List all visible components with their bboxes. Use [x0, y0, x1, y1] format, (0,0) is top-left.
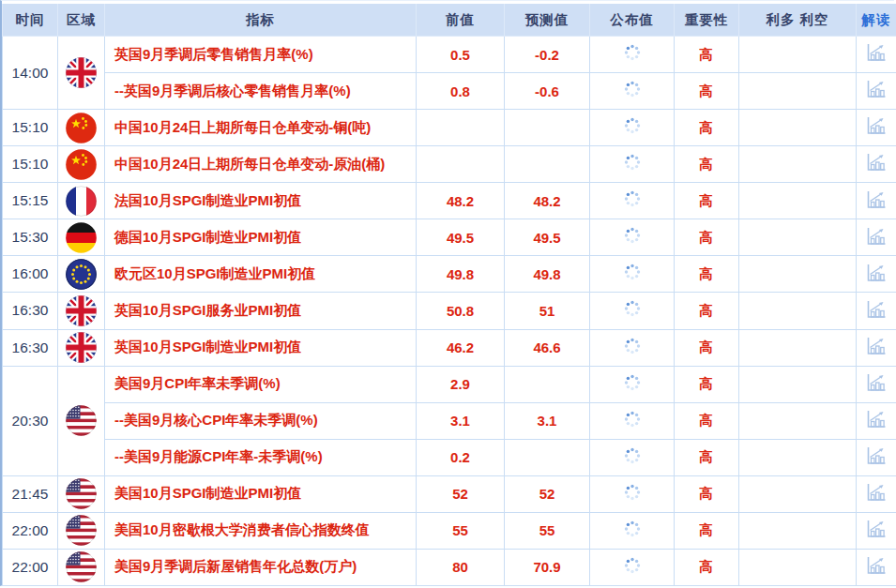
- time-cell: 16:30: [3, 329, 58, 366]
- importance-cell: 高: [675, 475, 739, 512]
- importance-cell: 高: [675, 549, 739, 585]
- indicator-cell: 法国10月SPGI制造业PMI初值: [105, 183, 417, 219]
- forecast-value-cell: 70.9: [505, 549, 590, 585]
- trend-chart-icon[interactable]: [864, 225, 888, 247]
- published-value-cell: [590, 183, 675, 219]
- importance-cell: 高: [675, 439, 739, 475]
- region-cell: [58, 512, 105, 549]
- forecast-value-cell: 49.5: [505, 219, 590, 256]
- indicator-cell: 美国10月SPGI制造业PMI初值: [105, 475, 417, 512]
- calendar-table: 时间 区域 指标 前值 预测值 公布值 重要性 利多 利空 解读 14:00 英…: [2, 1, 896, 586]
- previous-value-cell: 49.5: [417, 219, 505, 256]
- forecast-value-cell: 46.6: [505, 329, 590, 366]
- interpret-cell: [857, 402, 896, 439]
- trend-chart-icon[interactable]: [864, 408, 888, 430]
- previous-value-cell: 2.9: [417, 366, 505, 402]
- bull-bear-cell: [739, 439, 857, 475]
- region-cell: [58, 219, 105, 256]
- previous-value-cell: 49.8: [417, 256, 505, 293]
- loading-spinner-icon: [624, 451, 641, 467]
- importance-cell: 高: [675, 219, 739, 256]
- previous-value-cell: [417, 146, 505, 183]
- interpret-cell: [857, 439, 896, 475]
- time-cell: 16:30: [3, 293, 58, 329]
- germany-flag-icon: [58, 222, 104, 253]
- trend-chart-icon[interactable]: [864, 115, 888, 137]
- bull-bear-cell: [739, 256, 857, 293]
- loading-spinner-icon: [624, 415, 641, 430]
- bull-bear-cell: [739, 512, 857, 549]
- time-cell: 21:45: [3, 475, 58, 512]
- loading-spinner-icon: [624, 231, 641, 247]
- published-value-cell: [590, 549, 675, 585]
- trend-chart-icon[interactable]: [864, 152, 888, 173]
- bull-bear-cell: [739, 37, 857, 73]
- indicator-cell: --美国9月能源CPI年率-未季调(%): [105, 439, 417, 475]
- col-header-time: 时间: [3, 3, 58, 37]
- table-row: 15:30 德国10月SPGI制造业PMI初值49.549.5高: [3, 219, 896, 256]
- table-row: --英国9月季调后核心零售销售月率(%)0.8-0.6高: [3, 73, 896, 110]
- time-cell: 15:10: [3, 110, 58, 146]
- table-row: 22:00 美国10月密歇根大学消费者信心指数终值5555高: [3, 512, 896, 549]
- published-value-cell: [590, 293, 675, 329]
- table-row: --美国9月能源CPI年率-未季调(%)0.2高: [3, 439, 896, 475]
- trend-chart-icon[interactable]: [864, 188, 888, 210]
- time-cell: 14:00: [3, 37, 58, 110]
- us-flag-icon: [58, 515, 104, 546]
- forecast-value-cell: 52: [505, 475, 590, 512]
- forecast-value-cell: [505, 439, 590, 475]
- economic-calendar: 时间 区域 指标 前值 预测值 公布值 重要性 利多 利空 解读 14:00 英…: [0, 0, 894, 586]
- table-row: 14:00 英国9月季调后零售销售月率(%)0.5-0.2高: [3, 37, 896, 73]
- previous-value-cell: 80: [417, 549, 505, 585]
- trend-chart-icon[interactable]: [864, 79, 888, 100]
- forecast-value-cell: 55: [505, 512, 590, 549]
- table-row: 16:30 英国10月SPGI服务业PMI初值50.851高: [3, 293, 896, 329]
- importance-cell: 高: [675, 293, 739, 329]
- forecast-value-cell: 49.8: [505, 256, 590, 293]
- china-flag-icon: [58, 113, 104, 143]
- col-header-indicator: 指标: [105, 3, 417, 37]
- time-cell: 15:30: [3, 219, 58, 256]
- published-value-cell: [590, 475, 675, 512]
- trend-chart-icon[interactable]: [864, 262, 888, 283]
- interpret-cell: [857, 475, 896, 512]
- interpret-cell: [857, 146, 896, 183]
- trend-chart-icon[interactable]: [864, 335, 888, 356]
- importance-cell: 高: [675, 256, 739, 293]
- loading-spinner-icon: [624, 84, 641, 100]
- region-cell: [58, 366, 105, 475]
- trend-chart-icon[interactable]: [864, 555, 888, 577]
- table-row: 20:30 美国9月CPI年率未季调(%)2.9高: [3, 366, 896, 402]
- table-row: 16:00 欧元区10月SPGI制造业PMI初值49.849.8高: [3, 256, 896, 293]
- importance-cell: 高: [675, 73, 739, 110]
- col-header-interpret[interactable]: 解读: [857, 3, 896, 37]
- table-row: 21:45 美国10月SPGI制造业PMI初值5252高: [3, 475, 896, 512]
- bull-bear-cell: [739, 219, 857, 256]
- bull-bear-cell: [739, 73, 857, 110]
- trend-chart-icon[interactable]: [864, 482, 888, 504]
- interpret-cell: [857, 183, 896, 219]
- forecast-value-cell: -0.6: [505, 73, 590, 110]
- indicator-cell: --美国9月核心CPI年率未季调(%): [105, 402, 417, 439]
- loading-spinner-icon: [624, 304, 641, 320]
- importance-cell: 高: [675, 110, 739, 146]
- interpret-cell: [857, 73, 896, 110]
- trend-chart-icon[interactable]: [864, 445, 888, 466]
- published-value-cell: [590, 256, 675, 293]
- table-row: 15:10 中国10月24日上期所每日仓单变动-原油(桶)高: [3, 146, 896, 183]
- header-row: 时间 区域 指标 前值 预测值 公布值 重要性 利多 利空 解读: [3, 3, 896, 37]
- forecast-value-cell: -0.2: [505, 37, 590, 73]
- col-header-previous: 前值: [417, 3, 505, 37]
- trend-chart-icon[interactable]: [864, 519, 888, 540]
- published-value-cell: [590, 73, 675, 110]
- indicator-cell: 英国10月SPGI服务业PMI初值: [105, 293, 417, 329]
- trend-chart-icon[interactable]: [864, 371, 888, 393]
- trend-chart-icon[interactable]: [864, 42, 888, 64]
- published-value-cell: [590, 329, 675, 366]
- published-value-cell: [590, 37, 675, 73]
- previous-value-cell: 50.8: [417, 293, 505, 329]
- trend-chart-icon[interactable]: [864, 298, 888, 320]
- time-cell: 22:00: [3, 549, 58, 585]
- interpret-cell: [857, 512, 896, 549]
- previous-value-cell: 3.1: [417, 402, 505, 439]
